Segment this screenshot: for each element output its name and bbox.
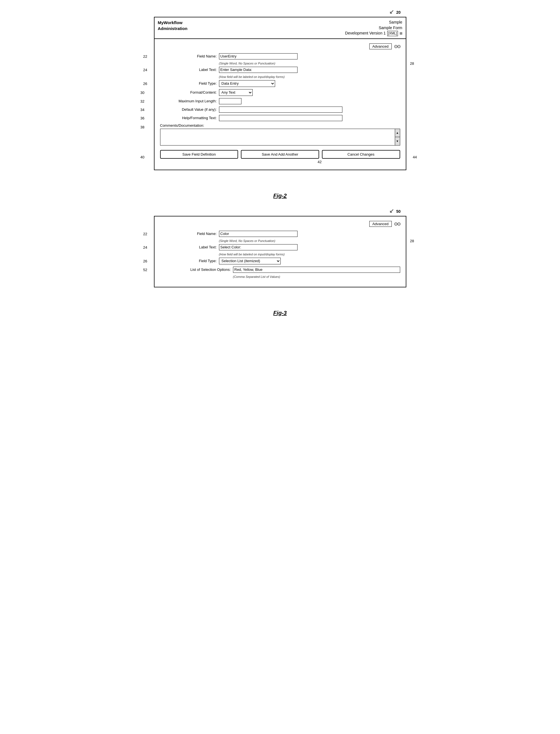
help-text-row: Help/Formatting Text:	[160, 115, 400, 121]
ref-22-label: 22	[143, 54, 147, 58]
app-name-block: MyWorkflow Administration	[158, 20, 188, 31]
help-text-label: Help/Formatting Text:	[160, 116, 219, 120]
fig3-form-box: Advanced ⊙⊙ 22 Field Name: 28 (Single Wo…	[154, 216, 406, 288]
fig2-form-box: MyWorkflow Administration Sample Sample …	[154, 17, 406, 170]
fig3-advanced-row: Advanced ⊙⊙	[160, 221, 400, 227]
form-title-line2: Sample Form	[345, 25, 402, 31]
field-name-input[interactable]	[219, 53, 298, 59]
label-text-row: Label Text:	[160, 67, 400, 73]
scroll-down-button[interactable]: ▼	[395, 137, 400, 145]
label-text-input[interactable]	[219, 67, 298, 73]
form-version: Development Version 1 [XML] ⊞	[345, 31, 402, 36]
fig3-label-text-hint: (How field will be labeled on input/disp…	[219, 253, 400, 256]
fig3-field-name-row: Field Name:	[160, 231, 400, 237]
field-type-label: Field Type:	[160, 81, 219, 86]
fig3-advanced-button[interactable]: Advanced	[369, 221, 392, 227]
ref-36-label: 36	[140, 116, 144, 120]
form1-body: Advanced ⊙⊙ 22 Field Name: 28 (Single Wo…	[155, 39, 406, 170]
fig2-caption: Fig-2	[154, 193, 406, 199]
default-value-row: Default Value (if any):	[160, 107, 400, 113]
app-subtitle: Administration	[158, 26, 188, 31]
advanced-button[interactable]: Advanced	[369, 43, 392, 49]
chain-link-icon: ⊙⊙	[394, 44, 400, 49]
ref-32-label: 32	[140, 99, 144, 103]
form2-body: Advanced ⊙⊙ 22 Field Name: 28 (Single Wo…	[155, 217, 406, 287]
ref-44-label: 44	[413, 155, 417, 159]
field-name-row: Field Name:	[160, 53, 400, 59]
max-input-field[interactable]	[219, 98, 241, 104]
field-type-row: Field Type: Data Entry Selection List (i…	[160, 80, 400, 87]
fig3-field-type-row: Field Type: Data Entry Selection List (i…	[160, 258, 400, 265]
ref-28-label: 28	[410, 61, 414, 65]
fig3-label-text-label: Label Text:	[160, 245, 219, 249]
field-name-hint: (Single Word, No Spaces or Punctuation)	[219, 62, 400, 65]
field-name-label: Field Name:	[160, 54, 219, 58]
advanced-row: Advanced ⊙⊙	[160, 43, 400, 49]
xml-badge: [XML]	[387, 31, 398, 36]
ref-34-label: 34	[140, 107, 144, 112]
list-options-label: List of Selection Options:	[160, 268, 233, 272]
action-buttons-wrapper: 40 Save Field Definition Save And Add An…	[160, 150, 400, 164]
save-and-add-another-button[interactable]: Save And Add Another	[241, 150, 319, 159]
app-name: MyWorkflow	[158, 20, 188, 26]
fig3-caption: Fig-3	[154, 310, 406, 316]
label-text-hint: (How field will be labeled on input/disp…	[219, 75, 400, 79]
action-row: Save Field Definition Save And Add Anoth…	[160, 150, 400, 159]
form-header: MyWorkflow Administration Sample Sample …	[155, 17, 406, 39]
list-options-row: List of Selection Options:	[160, 267, 400, 273]
field-type-select[interactable]: Data Entry Selection List (itemized) Dat…	[219, 80, 275, 87]
ref-40-label: 40	[140, 155, 144, 159]
comments-section: Comments/Documentation: ▲ ▼	[160, 123, 400, 146]
fig3-label-text-row: Label Text:	[160, 244, 400, 250]
fig3-field-name-input[interactable]	[219, 231, 298, 237]
default-value-input[interactable]	[219, 107, 342, 113]
form-title-block: Sample Sample Form Development Version 1…	[345, 20, 402, 36]
fig3-ref-22-label: 22	[143, 232, 147, 236]
scrollbar-buttons: ▲ ▼	[395, 129, 400, 145]
ref-30-label: 30	[140, 90, 144, 95]
comments-label: Comments/Documentation:	[160, 123, 400, 128]
ref-42-label: 42	[239, 160, 400, 164]
default-value-label: Default Value (if any):	[160, 107, 219, 112]
fig3-field-type-label: Field Type:	[160, 259, 219, 263]
fig3-label-text-input[interactable]	[219, 244, 298, 250]
label-text-label: Label Text:	[160, 68, 219, 72]
fig3-ref-24-label: 24	[143, 245, 147, 249]
list-options-input[interactable]	[233, 267, 400, 273]
fig2-ref-num: 20	[396, 10, 401, 15]
ref-24-label: 24	[143, 68, 147, 72]
ref-38-label: 38	[140, 125, 144, 129]
ref-52-label: 52	[143, 268, 147, 272]
fig3-ref-num: 50	[396, 209, 401, 214]
scroll-up-button[interactable]: ▲	[395, 129, 400, 137]
format-content-row: Format/Content: Any Text Numeric Date Em…	[160, 89, 400, 96]
fig3-ref-28-label: 28	[410, 239, 414, 243]
comments-textarea-wrap: ▲ ▼	[160, 129, 400, 146]
grid-icon: ⊞	[400, 31, 402, 36]
fig3-field-name-label: Field Name:	[160, 232, 219, 236]
help-text-input[interactable]	[219, 115, 342, 121]
max-input-row: Maximum Input Length:	[160, 98, 400, 104]
form-title-line1: Sample	[345, 20, 402, 25]
list-options-hint: (Comma Separated List of Values)	[233, 275, 400, 279]
cancel-changes-button[interactable]: Cancel Changes	[322, 150, 400, 159]
format-content-select[interactable]: Any Text Numeric Date Email	[219, 89, 253, 96]
fig3-field-type-select[interactable]: Data Entry Selection List (itemized) Dat…	[219, 258, 281, 265]
fig3-chain-link-icon: ⊙⊙	[394, 221, 400, 227]
ref-26-label: 26	[143, 81, 147, 86]
fig3-ref-26-label: 26	[143, 259, 147, 263]
comments-textarea[interactable]	[160, 129, 395, 145]
format-content-label: Format/Content:	[160, 90, 219, 95]
fig3-field-name-hint: (Single Word, No Spaces or Punctuation)	[219, 239, 400, 243]
max-input-label: Maximum Input Length:	[160, 99, 219, 103]
save-field-definition-button[interactable]: Save Field Definition	[160, 150, 238, 159]
